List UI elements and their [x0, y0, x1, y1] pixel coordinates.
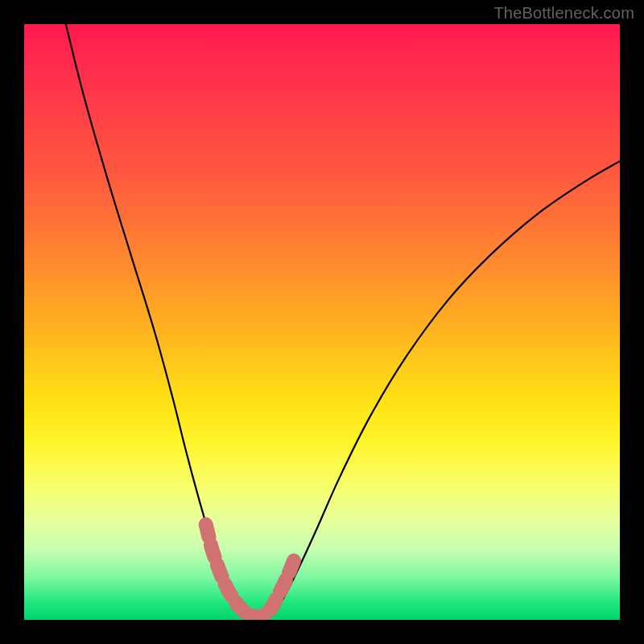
optimal-region-markers — [206, 525, 295, 617]
bottleneck-curve-svg — [24, 24, 620, 620]
chart-frame: TheBottleneck.com — [0, 0, 644, 644]
optimal-region-path — [206, 525, 295, 617]
watermark-text: TheBottleneck.com — [493, 4, 634, 23]
bottleneck-curve — [66, 24, 620, 618]
plot-area — [24, 24, 620, 620]
